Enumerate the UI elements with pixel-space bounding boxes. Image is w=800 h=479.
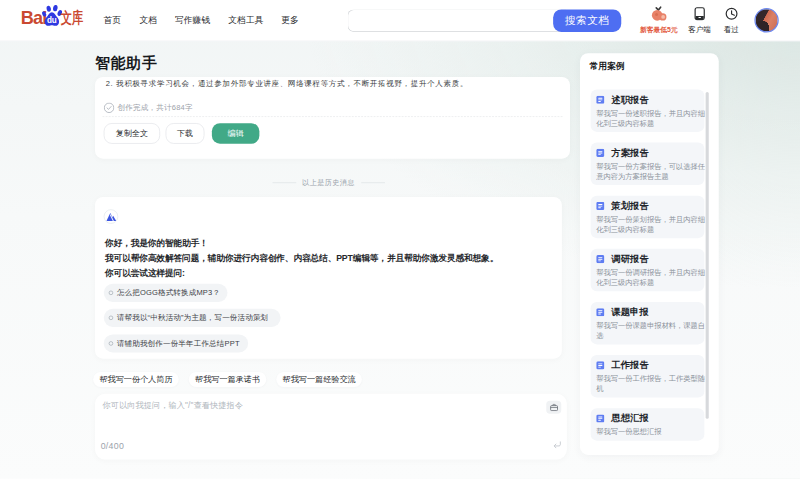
svg-text:du: du <box>47 15 57 25</box>
